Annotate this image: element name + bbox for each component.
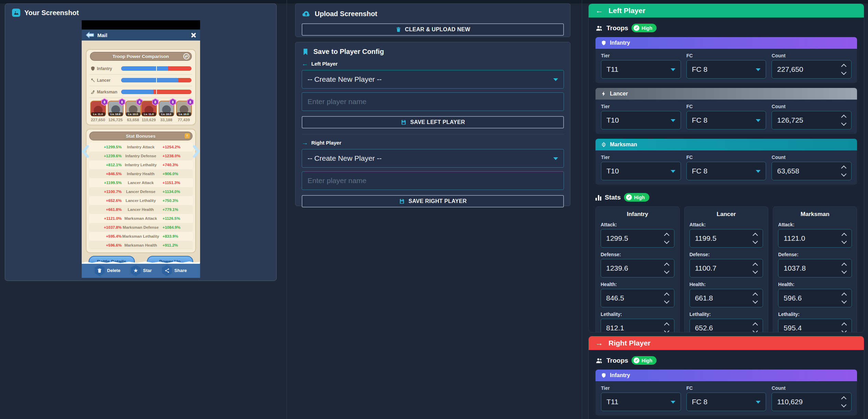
delete-action[interactable]: Delete bbox=[95, 265, 120, 276]
left-player-name-input[interactable] bbox=[302, 92, 564, 111]
marksman-lethality-input[interactable]: 595.4 bbox=[778, 319, 852, 332]
chevron-up-icon[interactable] bbox=[753, 233, 758, 238]
infantry-count-input[interactable]: 110,629 bbox=[772, 393, 852, 411]
save-left-player-button[interactable]: SAVE LEFT PLAYER bbox=[302, 116, 564, 128]
bookmark-icon bbox=[302, 48, 309, 56]
lancer-fc-select[interactable]: FC 8 bbox=[686, 111, 766, 129]
users-icon bbox=[595, 24, 603, 32]
lancer-tier-select[interactable]: T10 bbox=[601, 111, 681, 129]
chevron-up-icon[interactable] bbox=[664, 233, 669, 238]
check-circle-icon: ✓ bbox=[634, 358, 639, 363]
chevron-down-icon[interactable] bbox=[664, 328, 669, 332]
chevron-up-icon[interactable] bbox=[664, 263, 669, 268]
troop-group-lancer: Lancer Tier T10 FC FC 8 Count bbox=[595, 88, 857, 134]
chevron-down-icon[interactable] bbox=[664, 269, 669, 274]
infantry-attack-input[interactable]: 1299.5 bbox=[601, 229, 674, 248]
back-arrow-icon[interactable] bbox=[86, 32, 94, 38]
chevron-up-icon[interactable] bbox=[753, 293, 758, 298]
left-player-title: Left Player bbox=[609, 7, 645, 15]
chevron-down-icon[interactable] bbox=[753, 328, 758, 332]
count-label: Count bbox=[772, 155, 852, 160]
lancer-lethality-input[interactable]: 652.6 bbox=[690, 319, 763, 332]
stat-bonuses-rows: +1299.5%Infantry Attack+1254.2% +1239.6%… bbox=[89, 143, 193, 250]
left-player-select[interactable]: -- Create New Player -- bbox=[302, 70, 564, 89]
chevron-down-icon[interactable] bbox=[841, 121, 847, 126]
chevron-down-icon[interactable] bbox=[841, 171, 847, 177]
infantry-lethality-input[interactable]: 812.1 bbox=[601, 319, 674, 332]
chevron-down-icon[interactable] bbox=[664, 239, 669, 244]
chevron-up-icon[interactable] bbox=[842, 263, 847, 268]
marksman-defense-input[interactable]: 1037.8 bbox=[778, 259, 852, 278]
chevron-up-icon[interactable] bbox=[842, 233, 847, 238]
chevron-up-icon[interactable] bbox=[753, 263, 758, 268]
lancer-health-input[interactable]: 661.8 bbox=[690, 289, 763, 307]
infantry-tier-select[interactable]: T11 bbox=[601, 393, 681, 411]
target-icon bbox=[601, 142, 606, 147]
marksman-health-input[interactable]: 596.6 bbox=[778, 289, 852, 307]
chevron-up-icon[interactable] bbox=[842, 293, 847, 298]
save-right-player-button[interactable]: SAVE RIGHT PLAYER bbox=[302, 195, 564, 207]
star-action[interactable]: ★ Star bbox=[131, 265, 152, 276]
swap-icon[interactable]: ⇄ bbox=[183, 53, 189, 59]
chevron-down-icon[interactable] bbox=[753, 269, 758, 274]
chevron-up-icon[interactable] bbox=[664, 322, 669, 328]
chevron-up-icon[interactable] bbox=[842, 322, 847, 328]
infantry-fc-select[interactable]: FC 8 bbox=[686, 60, 766, 79]
right-player-select[interactable]: -- Create New Player -- bbox=[302, 149, 564, 168]
chevron-up-icon[interactable] bbox=[753, 322, 758, 328]
marksman-attack-input[interactable]: 1121.0 bbox=[778, 229, 852, 248]
troop-level: Lv. 11.0 bbox=[142, 112, 156, 116]
troop-portrait: 8 Lv. 11.0 bbox=[90, 101, 106, 116]
divider bbox=[302, 134, 564, 135]
chevron-down-icon[interactable] bbox=[841, 402, 847, 408]
bonus-row: +652.6%Lancer Lethality+750.3% bbox=[89, 196, 193, 205]
chevron-down-icon[interactable] bbox=[842, 328, 847, 332]
chevron-down-icon[interactable] bbox=[753, 239, 758, 244]
lancer-defense-input[interactable]: 1100.7 bbox=[690, 259, 763, 278]
chevron-up-icon[interactable] bbox=[664, 293, 669, 298]
mail-content: Troop Power Comparison ⇄ Infantry bbox=[82, 41, 200, 278]
chevron-up-icon[interactable] bbox=[841, 115, 847, 120]
chevron-down-icon[interactable] bbox=[753, 298, 758, 304]
chevron-left-icon[interactable] bbox=[82, 145, 89, 158]
marksman-count-input[interactable]: 63,658 bbox=[772, 162, 852, 180]
close-icon[interactable] bbox=[191, 33, 196, 38]
clear-upload-button[interactable]: CLEAR & UPLOAD NEW bbox=[302, 23, 564, 36]
chevron-down-icon[interactable] bbox=[841, 70, 847, 75]
infantry-fc-select[interactable]: FC 8 bbox=[686, 393, 766, 411]
chevron-up-icon[interactable] bbox=[841, 396, 847, 402]
chevron-down-icon[interactable] bbox=[842, 298, 847, 304]
chevron-down-icon[interactable] bbox=[664, 298, 669, 304]
chevron-down-icon[interactable] bbox=[842, 269, 847, 274]
infantry-tier-select[interactable]: T11 bbox=[601, 60, 681, 79]
power-bar-lancer bbox=[121, 78, 192, 82]
chevron-down-icon[interactable] bbox=[842, 239, 847, 244]
lancer-count-input[interactable]: 126,725 bbox=[772, 111, 852, 129]
right-player-name-input[interactable] bbox=[302, 171, 564, 190]
power-row-infantry: Infantry bbox=[90, 63, 192, 75]
chevron-down-icon bbox=[756, 68, 761, 71]
save-config-title: Save to Player Config bbox=[313, 48, 384, 56]
count-label: Count bbox=[772, 53, 852, 58]
share-action[interactable]: Share bbox=[162, 265, 187, 276]
lancer-attack-input[interactable]: 1199.5 bbox=[690, 229, 763, 248]
bonus-row: +596.6%Marksman Health+911.2% bbox=[89, 241, 193, 250]
chevron-up-icon[interactable] bbox=[841, 64, 847, 69]
share-icon bbox=[162, 265, 172, 276]
chevron-up-icon[interactable] bbox=[841, 166, 847, 171]
marksman-fc-select[interactable]: FC 8 bbox=[686, 162, 766, 180]
stat-card-infantry: Infantry Attack: 1299.5 Defense: 1239.6 … bbox=[595, 206, 680, 332]
power-bar-marksman bbox=[121, 90, 192, 94]
alert-icon[interactable]: ! bbox=[185, 133, 190, 138]
power-row-lancer: Lancer bbox=[90, 75, 192, 86]
fc-label: FC bbox=[686, 155, 766, 160]
chevron-down-icon bbox=[671, 119, 675, 122]
chevron-right-icon[interactable] bbox=[193, 145, 200, 158]
infantry-health-input[interactable]: 846.5 bbox=[601, 289, 674, 307]
infantry-defense-input[interactable]: 1239.6 bbox=[601, 259, 674, 278]
tier-label: Tier bbox=[601, 53, 681, 58]
marksman-tier-select[interactable]: T10 bbox=[601, 162, 681, 180]
stat-card-marksman: Marksman Attack: 1121.0 Defense: 1037.8 … bbox=[773, 206, 857, 332]
infantry-count-input[interactable]: 227,650 bbox=[772, 60, 852, 79]
stat-card-lancer: Lancer Attack: 1199.5 Defense: 1100.7 He… bbox=[684, 206, 768, 332]
